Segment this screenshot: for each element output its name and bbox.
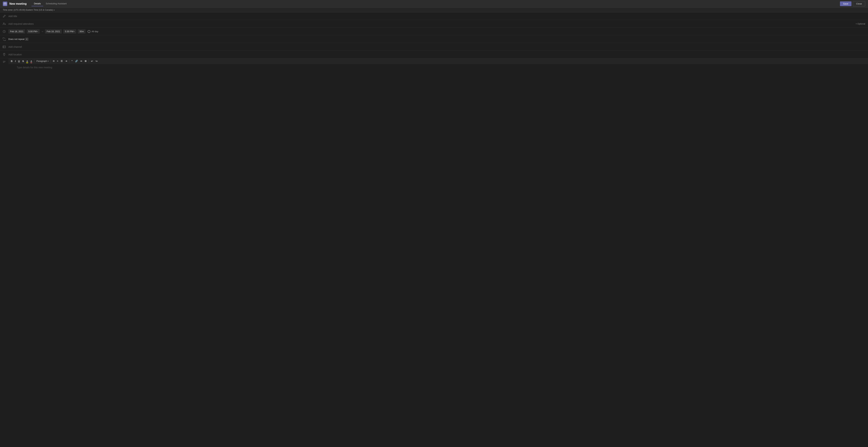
close-button[interactable]: Close [853, 1, 865, 6]
attendees-content: + Optional [8, 20, 868, 27]
indent-button[interactable]: ⇥ [64, 59, 68, 63]
timezone-label: Time zone: (UTC-05:00) Eastern Time (US … [3, 9, 53, 11]
allday-row: All day [88, 30, 98, 33]
datetime-separator: → [41, 30, 43, 33]
quote-button[interactable]: " [70, 59, 74, 63]
repeat-chevron-icon: ▾ [25, 38, 28, 41]
save-button[interactable]: Save [840, 1, 851, 6]
align-button[interactable]: ⇔ [79, 59, 83, 63]
heading-button[interactable]: H [52, 59, 56, 63]
editor-placeholder: Type details for this new meeting [17, 66, 52, 69]
text-icon [0, 58, 8, 64]
attendees-row: + Optional [0, 20, 868, 28]
tab-details[interactable]: Details [32, 1, 43, 6]
channel-icon [0, 45, 8, 49]
link-button[interactable]: 🔗 [74, 59, 79, 63]
timezone-bar[interactable]: Time zone: (UTC-05:00) Eastern Time (US … [0, 8, 868, 12]
highlight-button[interactable]: A [25, 59, 29, 63]
people-icon [0, 22, 8, 25]
location-row [0, 51, 868, 58]
repeat-content: Does not repeat ▾ [8, 36, 868, 42]
timezone-chevron-icon: ▾ [54, 9, 55, 11]
svg-point-12 [4, 54, 4, 54]
redo-button[interactable]: ↪ [94, 59, 99, 63]
header-tabs: Details Scheduling Assistant [32, 1, 69, 6]
paragraph-chevron-icon: ▾ [48, 60, 49, 62]
repeat-icon [0, 38, 8, 41]
svg-rect-5 [5, 4, 5, 4]
datetime-row: Feb 18, 2021 5:00 PM ▾ → Feb 18, 2021 5:… [0, 28, 868, 35]
underline-button[interactable]: U [17, 59, 21, 63]
toolbar-sep-1 [34, 60, 34, 63]
tab-scheduling[interactable]: Scheduling Assistant [43, 1, 69, 6]
toolbar-sep-2 [51, 60, 51, 63]
svg-point-7 [3, 23, 4, 24]
numbered-list-button[interactable]: ≡ [56, 59, 59, 63]
title-input[interactable] [8, 14, 867, 18]
editor-area[interactable]: Type details for this new meeting [8, 64, 868, 113]
italic-button[interactable]: I [14, 59, 17, 63]
repeat-value: Does not repeat [8, 38, 25, 40]
header-buttons: Save Close [840, 1, 865, 6]
calendar-icon [3, 2, 7, 6]
bold-button[interactable]: B [10, 59, 13, 63]
font-color-button[interactable]: A [29, 59, 33, 63]
end-date-value: Feb 18, 2021 [47, 30, 60, 33]
start-time-chevron-icon: ▾ [37, 31, 38, 32]
channel-content [8, 43, 868, 50]
paragraph-dropdown[interactable]: Paragraph ▾ [35, 59, 50, 63]
allday-label: All day [91, 30, 98, 33]
editor-toolbar: B I U S A A Paragraph ▾ H ≡ ☰ ⇥ [8, 58, 868, 64]
svg-rect-6 [5, 4, 6, 4]
highlight-label: A [26, 60, 28, 63]
bullet-list-button[interactable]: ☰ [60, 59, 64, 63]
svg-rect-4 [4, 4, 5, 4]
start-time-field[interactable]: 5:00 PM ▾ [27, 29, 40, 34]
duration-field[interactable]: 30m [78, 29, 86, 34]
end-date-field[interactable]: Feb 18, 2021 [45, 29, 62, 34]
location-content [8, 51, 868, 58]
toolbar-sep-4 [89, 60, 89, 63]
channel-row [0, 43, 868, 51]
svg-rect-0 [4, 3, 6, 5]
table-button[interactable]: ⊞ [84, 59, 88, 63]
start-date-field[interactable]: Feb 18, 2021 [8, 29, 25, 34]
title-content [8, 13, 868, 20]
toolbar-sep-3 [69, 60, 69, 63]
channel-input[interactable] [8, 45, 867, 49]
strikethrough-button[interactable]: S [21, 59, 25, 63]
end-time-field[interactable]: 5:30 PM ▾ [63, 29, 76, 34]
window-title: New meeting [9, 2, 27, 5]
allday-toggle[interactable] [88, 30, 90, 33]
clock-icon [0, 30, 8, 33]
header-left: New meeting Details Scheduling Assistant [3, 1, 69, 6]
undo-button[interactable]: ↩ [90, 59, 94, 63]
start-date-value: Feb 18, 2021 [10, 30, 24, 33]
font-color-label: A [30, 60, 32, 63]
paragraph-label: Paragraph [36, 60, 47, 62]
location-icon [0, 53, 8, 56]
repeat-dropdown[interactable]: Does not repeat ▾ [8, 38, 28, 41]
editor-row: B I U S A A Paragraph ▾ H ≡ ☰ ⇥ [0, 58, 868, 113]
end-time-value: 5:30 PM [65, 30, 73, 33]
location-input[interactable] [8, 53, 867, 57]
repeat-row: Does not repeat ▾ [0, 35, 868, 43]
editor-section: B I U S A A Paragraph ▾ H ≡ ☰ ⇥ [8, 58, 868, 113]
calendar-icon-svg [4, 2, 6, 5]
optional-button[interactable]: + Optional [856, 23, 867, 25]
app-header: New meeting Details Scheduling Assistant… [0, 0, 868, 8]
attendees-input[interactable] [8, 22, 855, 26]
end-time-chevron-icon: ▾ [74, 31, 74, 32]
pencil-icon [0, 14, 8, 18]
start-time-value: 5:00 PM [28, 30, 37, 33]
form-container: + Optional Feb 18, 2021 5:00 PM ▾ → Feb … [0, 12, 868, 113]
title-row [0, 12, 868, 20]
datetime-content: Feb 18, 2021 5:00 PM ▾ → Feb 18, 2021 5:… [8, 28, 868, 35]
